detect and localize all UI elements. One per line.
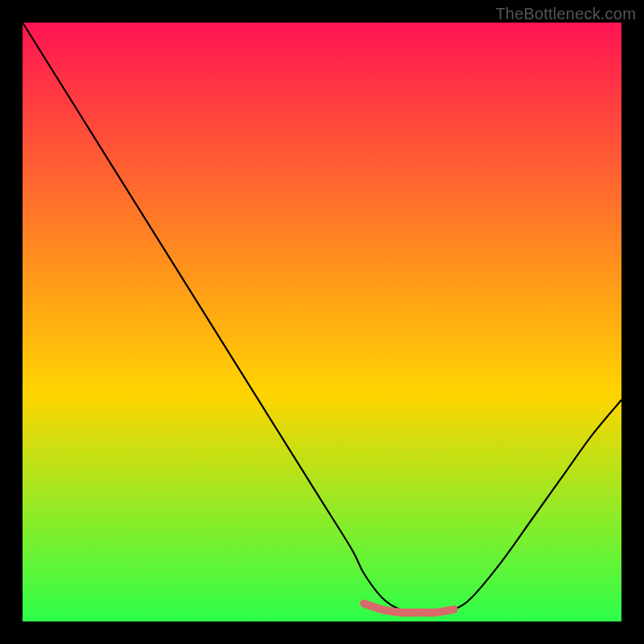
chart-plot: [23, 23, 621, 621]
chart-background: [23, 23, 621, 621]
watermark-text: TheBottleneck.com: [495, 5, 636, 23]
